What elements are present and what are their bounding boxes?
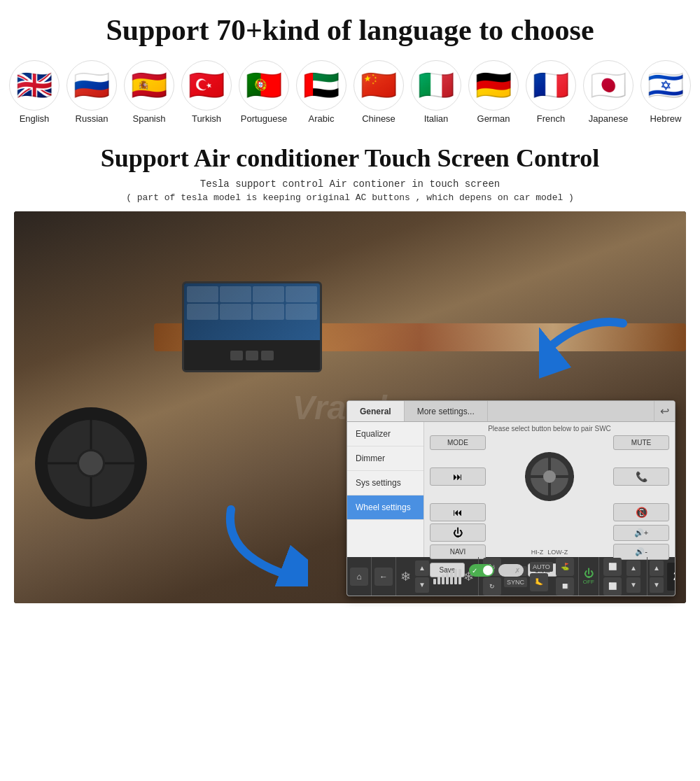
mute-button[interactable]: MUTE xyxy=(613,435,669,450)
display-icon-3 xyxy=(253,286,284,302)
menu-item-equalizer[interactable]: Equalizer xyxy=(347,422,424,446)
flag-circle-japanese: 🇯🇵 xyxy=(583,60,634,111)
toggle-off-switch[interactable] xyxy=(498,564,524,577)
ac-home-icon[interactable]: ⌂ xyxy=(350,568,368,586)
display-icon-5 xyxy=(187,304,218,320)
flag-circle-french: 🇫🇷 xyxy=(526,60,576,111)
toggle-on-switch[interactable] xyxy=(469,564,494,577)
display-icon-8 xyxy=(286,304,317,320)
ac-power-group: ⏻ OFF xyxy=(579,557,599,596)
language-section: Support 70+kind of language to choose 🇬🇧… xyxy=(0,0,700,136)
fan-bar-3 xyxy=(442,575,444,584)
next-button[interactable]: ⏭ xyxy=(430,467,486,486)
ac-back-icon[interactable]: ← xyxy=(374,568,393,586)
flag-label-french: French xyxy=(537,113,565,124)
fan-speed-down[interactable]: ▼ xyxy=(415,577,429,593)
flag-item-chinese: 🇨🇳 Chinese xyxy=(354,60,404,124)
prev-button[interactable]: ⏮ xyxy=(430,503,486,521)
display-icon-4 xyxy=(286,286,317,302)
cd-btn-3 xyxy=(261,351,274,360)
flag-circle-german: 🇩🇪 xyxy=(468,60,519,111)
flag-item-japanese: 🇯🇵 Japanese xyxy=(583,60,634,124)
ac-icon-r2[interactable]: ⬜ xyxy=(603,577,622,596)
menu-item-wheel-settings[interactable]: Wheel settings xyxy=(347,495,424,520)
fan-speed-up[interactable]: ▲ xyxy=(415,561,429,576)
ac-right-down[interactable]: ▼ xyxy=(626,577,640,593)
fan-bar-2 xyxy=(438,577,440,584)
ac-bottom-bar: ⌂ ← ❄ ▲ ▼ xyxy=(347,557,675,596)
fan-bar-1 xyxy=(433,579,436,584)
swi-center-hub xyxy=(543,470,556,483)
ac-right-arrows-col: ▲ ▼ xyxy=(624,560,643,593)
flag-circle-portuguese: 🇵🇹 xyxy=(239,60,289,111)
flag-label-portuguese: Portuguese xyxy=(241,113,288,124)
ac-power-icon[interactable]: ⏻ xyxy=(584,568,594,579)
ac-fan-arrows: ▲ ▼ xyxy=(413,560,431,593)
ac-right-up[interactable]: ▲ xyxy=(626,561,640,576)
arrow-top-right xyxy=(539,309,630,382)
ac-controls-right: ⬜ ⬜ ▲ ▼ xyxy=(599,557,648,596)
temp-down[interactable]: ▼ xyxy=(650,577,664,593)
ac-back-group: ← xyxy=(372,557,396,596)
mode-button[interactable]: MODE xyxy=(430,435,486,450)
ac-recirc-icon[interactable]: ↻ xyxy=(483,577,501,596)
flag-item-spanish: 🇪🇸 Spanish xyxy=(124,60,174,124)
steering-wheel-area xyxy=(35,407,175,547)
ac-icon-r1[interactable]: ⬜ xyxy=(603,558,622,576)
flag-circle-russian: 🇷🇺 xyxy=(66,60,117,111)
ac-title: Support Air conditioner Touch Screen Con… xyxy=(14,143,686,173)
flag-circle-italian: 🇮🇹 xyxy=(411,60,461,111)
flag-item-arabic: 🇦🇪 Arabic xyxy=(296,60,346,124)
display-icon-6 xyxy=(220,304,251,320)
flag-item-portuguese: 🇵🇹 Portuguese xyxy=(239,60,289,124)
fan-bars xyxy=(433,569,461,584)
ac-windshield-icon[interactable]: ⛳ xyxy=(556,558,574,576)
flag-label-spanish: Spanish xyxy=(133,113,166,124)
swc-title: Please select button below to pair SWC xyxy=(430,425,669,432)
ac-off-label: OFF xyxy=(583,579,594,585)
menu-item-dimmer[interactable]: Dimmer xyxy=(347,446,424,471)
fan-bar-4 xyxy=(446,572,449,584)
car-display-bottom xyxy=(184,340,320,370)
flag-circle-spanish: 🇪🇸 xyxy=(124,60,174,111)
flag-circle-chinese: 🇨🇳 xyxy=(354,60,404,111)
menu-item-sys-settings[interactable]: Sys settings xyxy=(347,471,424,495)
low-z-label: LOW-Z xyxy=(547,549,568,556)
fan-bar-5 xyxy=(450,570,453,584)
flag-item-french: 🇫🇷 French xyxy=(526,60,576,124)
flag-label-turkish: Turkish xyxy=(192,113,221,124)
tab-general[interactable]: General xyxy=(347,401,405,421)
flags-row: 🇬🇧 English 🇷🇺 Russian 🇪🇸 Spanish 🇹🇷 Turk… xyxy=(14,60,686,124)
flag-item-turkish: 🇹🇷 Turkish xyxy=(181,60,232,124)
flag-label-arabic: Arabic xyxy=(309,113,335,124)
flag-label-russian: Russian xyxy=(76,113,108,124)
vol-up-button[interactable]: 🔊+ xyxy=(613,525,669,541)
back-button[interactable]: ↩ xyxy=(654,401,675,422)
flag-circle-hebrew: 🇮🇱 xyxy=(640,60,691,111)
fan-bar-6 xyxy=(454,569,457,584)
flag-item-hebrew: 🇮🇱 Hebrew xyxy=(640,60,691,124)
flag-circle-arabic: 🇦🇪 xyxy=(296,60,346,111)
car-display-screen xyxy=(184,283,320,340)
hi-low-row: HI-Z LOW-Z xyxy=(488,549,611,556)
flag-circle-english: 🇬🇧 xyxy=(9,60,59,111)
phone-reject-button[interactable]: 📵 xyxy=(613,503,669,521)
flag-label-japanese: Japanese xyxy=(589,113,628,124)
ac-rear-icon[interactable]: 🔲 xyxy=(556,577,574,596)
flag-label-german: German xyxy=(477,113,510,124)
power-button[interactable]: ⏻ xyxy=(430,523,486,542)
flag-item-english: 🇬🇧 English xyxy=(9,60,59,124)
auto-label[interactable]: AUTO xyxy=(530,562,553,572)
temp-up[interactable]: ▲ xyxy=(650,561,664,576)
sync-label[interactable]: SYNC xyxy=(504,577,527,587)
ac-nav-icons: ⌂ xyxy=(347,557,372,596)
temp-display: 20 xyxy=(667,563,676,591)
cd-btn-2 xyxy=(246,351,258,360)
tab-more-settings[interactable]: More settings... xyxy=(405,401,488,421)
ac-footvent-icon[interactable]: 🦶 xyxy=(530,573,548,591)
display-icon-1 xyxy=(187,286,218,302)
settings-tabs: General More settings... ↩ xyxy=(347,401,675,422)
display-icon-7 xyxy=(253,304,284,320)
phone-accept-button[interactable]: 📞 xyxy=(613,467,669,486)
flag-label-chinese: Chinese xyxy=(362,113,396,124)
